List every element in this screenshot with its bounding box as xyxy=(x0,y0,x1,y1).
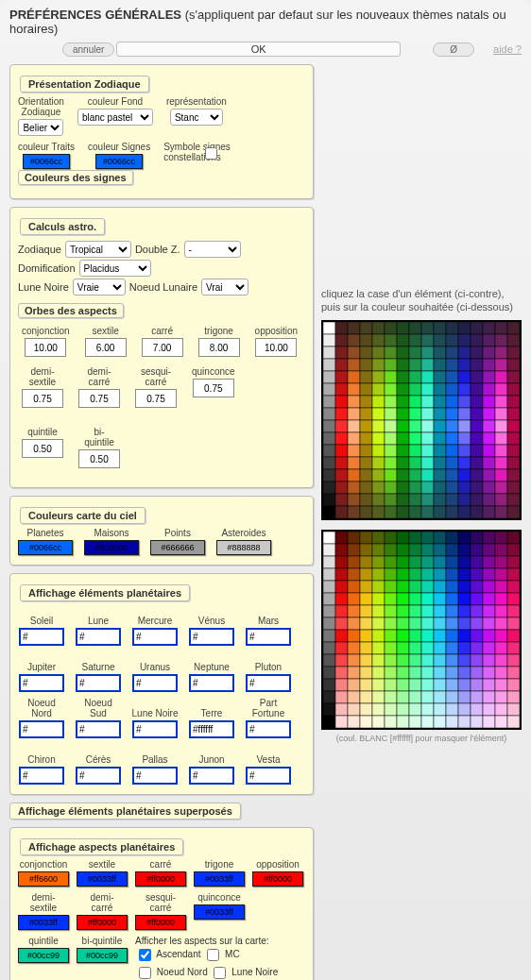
aspect-swatch[interactable]: #0033ff xyxy=(77,871,128,887)
svg-rect-271 xyxy=(507,532,520,544)
planet-input[interactable] xyxy=(132,674,178,692)
planet-input[interactable] xyxy=(132,720,178,738)
svg-rect-247 xyxy=(409,506,421,518)
sky-swatch[interactable]: #0066cc xyxy=(18,540,73,555)
planet-input[interactable] xyxy=(189,628,234,646)
aspect-checkbox[interactable] xyxy=(139,949,151,961)
svg-rect-73 xyxy=(434,371,446,383)
svg-rect-450 xyxy=(348,679,360,691)
aspect-swatch[interactable]: #0033ff xyxy=(194,871,245,887)
color-palette-1[interactable] xyxy=(321,320,522,520)
orbe-input[interactable] xyxy=(22,389,63,408)
svg-rect-315 xyxy=(458,568,471,581)
svg-rect-246 xyxy=(397,506,409,518)
noeud-select[interactable]: Vrai xyxy=(201,279,248,296)
repr-select[interactable]: Stanc xyxy=(170,109,223,126)
orbe-input[interactable] xyxy=(78,449,120,468)
svg-rect-64 xyxy=(323,371,335,383)
svg-rect-350 xyxy=(495,593,507,605)
svg-rect-342 xyxy=(397,593,409,605)
planet-input[interactable] xyxy=(189,674,234,692)
svg-rect-31 xyxy=(507,334,520,346)
planet-input[interactable] xyxy=(246,767,291,785)
planet-input[interactable] xyxy=(132,628,178,646)
svg-rect-12 xyxy=(471,322,483,334)
svg-rect-490 xyxy=(446,703,458,716)
orbe-input[interactable] xyxy=(78,389,120,408)
traits-label: couleur Traits xyxy=(18,142,75,152)
orbe-input[interactable] xyxy=(25,338,66,357)
sky-swatch[interactable]: #000000 xyxy=(84,540,139,555)
bgcolor-label: couleur Fond xyxy=(88,96,143,107)
sky-swatch[interactable]: #888888 xyxy=(216,540,271,555)
aspect-swatch[interactable]: #ff0000 xyxy=(252,871,303,887)
signes-swatch[interactable]: #0066cc xyxy=(95,154,143,169)
svg-rect-495 xyxy=(507,703,520,716)
sky-swatch[interactable]: #666666 xyxy=(150,540,205,555)
svg-rect-114 xyxy=(348,408,360,420)
svg-rect-202 xyxy=(446,469,458,482)
planet-input[interactable] xyxy=(76,767,121,785)
svg-rect-250 xyxy=(446,506,458,518)
svg-rect-83 xyxy=(360,383,372,396)
svg-rect-449 xyxy=(335,679,348,691)
orbe-input[interactable] xyxy=(85,338,127,357)
colors-signs-button[interactable]: Couleurs des signes xyxy=(18,170,133,185)
reset-button[interactable]: Ø xyxy=(433,42,474,57)
orbe-input[interactable] xyxy=(198,338,240,357)
planet-input[interactable] xyxy=(76,628,121,646)
planet-input[interactable] xyxy=(76,720,121,738)
color-palette-2[interactable] xyxy=(321,530,522,730)
planet-input[interactable] xyxy=(19,674,64,692)
svg-rect-279 xyxy=(409,544,421,556)
planet-input[interactable] xyxy=(132,767,178,785)
svg-rect-199 xyxy=(409,469,421,482)
svg-rect-0 xyxy=(323,322,335,334)
planet-input[interactable] xyxy=(246,720,291,738)
planet-input[interactable] xyxy=(189,720,234,738)
planet-input[interactable] xyxy=(189,767,234,785)
aspect-swatch[interactable]: #0033ff xyxy=(18,915,69,930)
symbol-checkbox[interactable] xyxy=(205,147,217,160)
traits-swatch[interactable]: #0066cc xyxy=(23,154,70,169)
planet-input[interactable] xyxy=(246,628,291,646)
overlay-legend[interactable]: Affichage éléments planétaires superposé… xyxy=(9,803,241,819)
planet-input[interactable] xyxy=(19,720,64,738)
orbe-input[interactable] xyxy=(142,338,183,357)
aspect-checkbox[interactable] xyxy=(139,967,151,979)
domif-select[interactable]: Placidus xyxy=(79,260,151,277)
doublez-select[interactable]: - xyxy=(184,241,241,258)
aspect-swatch[interactable]: #ff6600 xyxy=(18,871,69,887)
planet-input[interactable] xyxy=(76,674,121,692)
aspect-checkbox[interactable] xyxy=(214,967,226,979)
ok-button[interactable]: OK xyxy=(116,42,401,57)
orientation-select[interactable]: Belier xyxy=(18,119,63,136)
cancel-button[interactable]: annuler xyxy=(62,42,114,57)
aspect-swatch[interactable]: #00cc99 xyxy=(18,948,69,963)
svg-rect-183 xyxy=(409,457,421,469)
aspect-swatch[interactable]: #00cc99 xyxy=(77,948,128,963)
domif-label: Domification xyxy=(18,262,76,274)
svg-rect-383 xyxy=(507,617,520,630)
planet-input[interactable] xyxy=(19,767,64,785)
planet-input[interactable] xyxy=(246,674,291,692)
orbe-input[interactable] xyxy=(22,439,63,458)
orbe-input[interactable] xyxy=(255,338,297,357)
orbe-input[interactable] xyxy=(135,389,177,408)
aspect-swatch[interactable]: #0033ff xyxy=(194,904,245,920)
aspect-checkbox[interactable] xyxy=(207,949,219,961)
lune-select[interactable]: Vraie xyxy=(73,279,126,296)
aspect-swatch[interactable]: #ff0000 xyxy=(135,915,186,930)
svg-rect-265 xyxy=(434,532,446,544)
svg-rect-455 xyxy=(409,679,421,691)
svg-rect-340 xyxy=(372,593,385,605)
zodiac-type-select[interactable]: Tropical xyxy=(65,241,131,258)
aspect-swatch[interactable]: #ff0000 xyxy=(77,915,128,930)
svg-rect-442 xyxy=(446,667,458,679)
orbe-input[interactable] xyxy=(193,379,234,397)
help-link[interactable]: aide ? xyxy=(493,43,522,55)
svg-rect-24 xyxy=(421,334,434,346)
aspect-swatch[interactable]: #ff0000 xyxy=(135,871,186,887)
planet-input[interactable] xyxy=(19,628,64,646)
bgcolor-select[interactable]: blanc pastel xyxy=(77,109,153,126)
